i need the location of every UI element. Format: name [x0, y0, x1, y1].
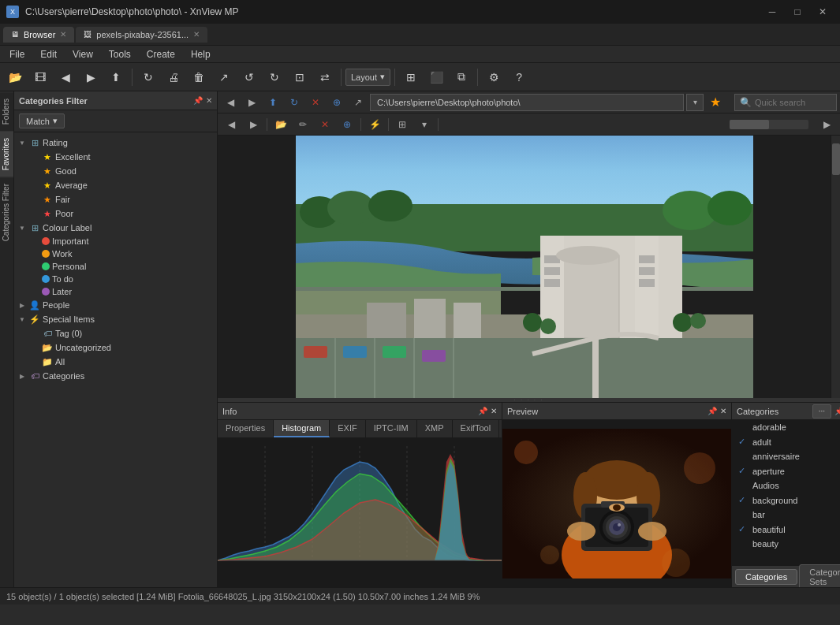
photo-tab-close[interactable]: ✕	[193, 30, 200, 39]
cat-item-beautiful[interactable]: ✓ beautiful	[732, 522, 840, 537]
menu-tools[interactable]: Tools	[106, 47, 134, 61]
menu-view[interactable]: View	[69, 47, 96, 61]
tb-convert-button[interactable]: ⇄	[313, 66, 337, 88]
categories-pin-icon[interactable]: 📌	[834, 407, 840, 415]
menu-edit[interactable]: Edit	[37, 47, 60, 61]
nav-back-button[interactable]: ◀	[221, 94, 240, 111]
tree-good[interactable]: ★ Good	[27, 164, 217, 178]
address-dropdown-button[interactable]: ▾	[686, 94, 704, 111]
tb-compare-button[interactable]: ⧉	[450, 66, 473, 88]
categories-tree[interactable]: ▼ ⊞ Rating ★ Excellent ★ Good ★ Average	[14, 132, 217, 587]
address-input[interactable]: C:\Users\pierre\Desktop\photo\photo\	[370, 94, 684, 111]
tree-important[interactable]: Important	[27, 235, 217, 247]
tb-next-button[interactable]: ▶	[79, 66, 103, 88]
tab-properties[interactable]: Properties	[218, 420, 274, 437]
tb-prev-button[interactable]: ◀	[54, 66, 77, 88]
minimize-button[interactable]: ─	[761, 4, 783, 20]
tb-rotate-left-button[interactable]: ↺	[237, 66, 261, 88]
tree-poor[interactable]: ★ Poor	[27, 206, 217, 221]
tree-special-items[interactable]: ▼ ⚡ Special Items	[14, 312, 217, 326]
tree-later[interactable]: Later	[27, 285, 217, 298]
cat-item-beauty[interactable]: beauty	[732, 537, 840, 551]
tab-browser[interactable]: 🖥 Browser ✕	[3, 27, 74, 43]
cat-item-aperture[interactable]: ✓ aperture	[732, 463, 840, 478]
img-folder-button[interactable]: 📂	[271, 116, 291, 133]
tree-rating[interactable]: ▼ ⊞ Rating	[14, 136, 217, 150]
categories-list[interactable]: adorable ✓ adult anniversaire ✓ aperture	[732, 420, 840, 565]
vscroll-thumb[interactable]	[832, 143, 840, 175]
menu-create[interactable]: Create	[144, 47, 178, 61]
tb-refresh-button[interactable]: ↻	[136, 66, 160, 88]
zoom-slider[interactable]	[730, 120, 808, 129]
tb-help-button[interactable]: ?	[507, 66, 531, 88]
tab-exif[interactable]: EXIF	[330, 420, 365, 437]
tb-color-button[interactable]: ⬛	[424, 66, 448, 88]
categories-more-button[interactable]: ···	[812, 404, 831, 419]
tree-fair[interactable]: ★ Fair	[27, 192, 217, 206]
search-bar[interactable]: 🔍 Quick search	[734, 94, 837, 111]
tree-all[interactable]: 📁 All	[27, 355, 217, 369]
tree-categories[interactable]: ▶ 🏷 Categories	[14, 369, 217, 383]
nav-up-button[interactable]: ⬆	[263, 94, 282, 111]
bookmark-button[interactable]: ★	[706, 94, 725, 111]
tree-personal[interactable]: Personal	[27, 260, 217, 273]
nav-refresh-button[interactable]: ↻	[285, 94, 304, 111]
tb-delete-button[interactable]: 🗑	[187, 66, 211, 88]
tb-batch-button[interactable]: ⊞	[399, 66, 423, 88]
cat-item-bar[interactable]: bar	[732, 508, 840, 522]
side-tab-folders[interactable]: Folders	[0, 91, 13, 131]
nav-move-button[interactable]: ↗	[349, 94, 368, 111]
cat-item-adorable[interactable]: adorable	[732, 420, 840, 434]
side-tab-categories-filter[interactable]: Categories Filter	[0, 177, 13, 247]
menu-help[interactable]: Help	[188, 47, 214, 61]
tab-exiftool[interactable]: ExifTool	[453, 420, 500, 437]
tree-colour-label[interactable]: ▼ ⊞ Colour Label	[14, 221, 217, 235]
img-delete-button[interactable]: ✕	[315, 116, 335, 133]
cat-item-adult[interactable]: ✓ adult	[732, 434, 840, 449]
tree-people[interactable]: ▶ 👤 People	[14, 298, 217, 312]
tree-tag[interactable]: 🏷 Tag (0)	[27, 326, 217, 340]
tb-export-button[interactable]: ↗	[212, 66, 236, 88]
img-filter-button[interactable]: ⚡	[364, 116, 385, 133]
cat-filter-close-icon[interactable]: ✕	[206, 96, 212, 105]
cat-filter-pin-icon[interactable]: 📌	[193, 96, 203, 105]
preview-pin-icon[interactable]: 📌	[707, 407, 717, 415]
layout-combo[interactable]: Layout ▾	[345, 69, 390, 86]
tb-open-button[interactable]: 📂	[3, 66, 27, 88]
tab-iptc[interactable]: IPTC-IIM	[366, 420, 417, 437]
image-viewer[interactable]	[218, 136, 831, 398]
nav-forward-button[interactable]: ▶	[242, 94, 261, 111]
nav-delete-button[interactable]: ✕	[306, 94, 325, 111]
cat-item-audios[interactable]: Audios	[732, 478, 840, 493]
tree-uncategorized[interactable]: 📂 Uncategorized	[27, 340, 217, 355]
cat-item-background[interactable]: ✓ background	[732, 493, 840, 508]
img-edit-button[interactable]: ✏	[293, 116, 313, 133]
tree-excellent[interactable]: ★ Excellent	[27, 150, 217, 164]
img-next-button[interactable]: ▶	[243, 116, 263, 133]
preview-close-icon[interactable]: ✕	[720, 407, 726, 415]
img-nav-more[interactable]: ▶	[816, 116, 837, 133]
maximize-button[interactable]: □	[786, 4, 808, 20]
categories-tab[interactable]: Categories	[735, 569, 797, 585]
tb-print-button[interactable]: 🖨	[162, 66, 185, 88]
close-button[interactable]: ✕	[812, 4, 834, 20]
browser-tab-close[interactable]: ✕	[60, 30, 66, 39]
tree-average[interactable]: ★ Average	[27, 178, 217, 192]
menu-file[interactable]: File	[6, 47, 28, 61]
img-prev-button[interactable]: ◀	[221, 116, 241, 133]
tree-work[interactable]: Work	[27, 247, 217, 260]
info-pin-icon[interactable]: 📌	[478, 407, 487, 415]
tb-resize-button[interactable]: ⊡	[288, 66, 312, 88]
tb-rotate-right-button[interactable]: ↻	[263, 66, 286, 88]
tab-photo[interactable]: 🖼 pexels-pixabay-23561... ✕	[76, 27, 207, 43]
side-tab-favorites[interactable]: Favorites	[0, 131, 13, 177]
image-vscroll[interactable]	[831, 136, 840, 398]
info-close-icon[interactable]: ✕	[491, 407, 497, 415]
category-sets-tab[interactable]: Category Sets	[799, 564, 840, 588]
tb-settings-button[interactable]: ⚙	[482, 66, 506, 88]
tb-filmstrip-button[interactable]: 🎞	[28, 66, 52, 88]
cat-item-anniversaire[interactable]: anniversaire	[732, 449, 840, 463]
tree-todo[interactable]: To do	[27, 273, 217, 285]
img-copy-button[interactable]: ⊕	[337, 116, 357, 133]
img-grid-button[interactable]: ⊞	[392, 116, 413, 133]
